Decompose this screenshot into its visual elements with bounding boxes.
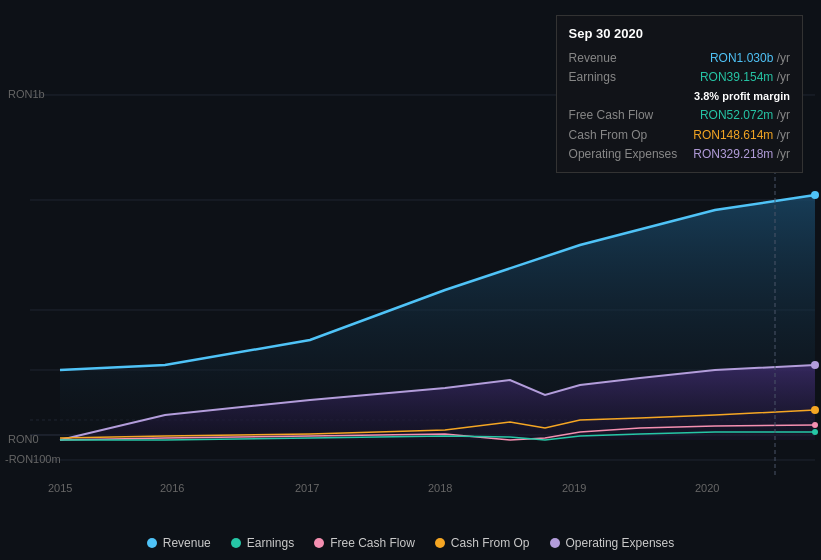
svg-text:2019: 2019 [562, 482, 586, 494]
margin-value: 3.8% profit margin [690, 87, 790, 106]
svg-text:2020: 2020 [695, 482, 719, 494]
svg-text:RON0: RON0 [8, 433, 39, 445]
fcf-legend-dot [314, 538, 324, 548]
opex-legend-label: Operating Expenses [566, 536, 675, 550]
fcf-legend-label: Free Cash Flow [330, 536, 415, 550]
earnings-legend-label: Earnings [247, 536, 294, 550]
legend-item-revenue[interactable]: Revenue [147, 536, 211, 550]
tooltip-title: Sep 30 2020 [569, 24, 790, 45]
svg-point-9 [811, 361, 819, 369]
svg-point-11 [812, 422, 818, 428]
cashfromop-legend-label: Cash From Op [451, 536, 530, 550]
cashfromop-legend-dot [435, 538, 445, 548]
fcf-value: RON52.072m /yr [700, 106, 790, 125]
tooltip-row-cashfromop: Cash From Op RON148.614m /yr [569, 126, 790, 145]
tooltip-row-earnings: Earnings RON39.154m /yr [569, 68, 790, 87]
svg-text:2016: 2016 [160, 482, 184, 494]
tooltip-box: Sep 30 2020 Revenue RON1.030b /yr Earnin… [556, 15, 803, 173]
tooltip-row-revenue: Revenue RON1.030b /yr [569, 49, 790, 68]
tooltip-row-fcf: Free Cash Flow RON52.072m /yr [569, 106, 790, 125]
legend-item-earnings[interactable]: Earnings [231, 536, 294, 550]
tooltip-row-margin: 3.8% profit margin [569, 87, 790, 106]
svg-point-10 [811, 406, 819, 414]
revenue-value: RON1.030b /yr [710, 49, 790, 68]
svg-text:2018: 2018 [428, 482, 452, 494]
fcf-label: Free Cash Flow [569, 106, 654, 125]
chart-container: Sep 30 2020 Revenue RON1.030b /yr Earnin… [0, 0, 821, 560]
revenue-label: Revenue [569, 49, 617, 68]
earnings-label: Earnings [569, 68, 616, 87]
revenue-legend-dot [147, 538, 157, 548]
svg-text:RON1b: RON1b [8, 88, 45, 100]
legend-item-cashfromop[interactable]: Cash From Op [435, 536, 530, 550]
opex-label: Operating Expenses [569, 145, 678, 164]
revenue-legend-label: Revenue [163, 536, 211, 550]
svg-text:2017: 2017 [295, 482, 319, 494]
svg-point-8 [811, 191, 819, 199]
svg-text:-RON100m: -RON100m [5, 453, 61, 465]
svg-text:2015: 2015 [48, 482, 72, 494]
opex-value: RON329.218m /yr [693, 145, 790, 164]
legend-item-opex[interactable]: Operating Expenses [550, 536, 675, 550]
opex-legend-dot [550, 538, 560, 548]
chart-legend: Revenue Earnings Free Cash Flow Cash Fro… [0, 536, 821, 550]
earnings-value: RON39.154m /yr [700, 68, 790, 87]
tooltip-row-opex: Operating Expenses RON329.218m /yr [569, 145, 790, 164]
legend-item-fcf[interactable]: Free Cash Flow [314, 536, 415, 550]
cashfromop-label: Cash From Op [569, 126, 648, 145]
cashfromop-value: RON148.614m /yr [693, 126, 790, 145]
earnings-legend-dot [231, 538, 241, 548]
svg-point-12 [812, 429, 818, 435]
